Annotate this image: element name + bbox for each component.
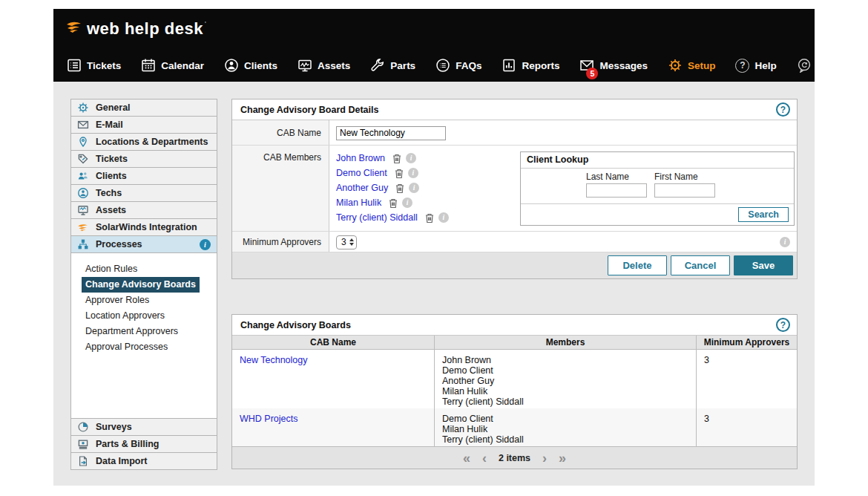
member-link[interactable]: Terry (client) Siddall [336, 212, 418, 223]
cab-members-content: John Brown i Demo Client i Another Guy i [329, 146, 797, 231]
client-lookup-fields: Last Name First Name [521, 169, 794, 204]
client-lookup-footer: Search [521, 204, 794, 225]
member-link[interactable]: Another Guy [336, 183, 388, 193]
cab-members-label: CAB Members [232, 146, 329, 231]
monitor-icon [77, 204, 89, 216]
min-approvers-cell: 3 [697, 408, 797, 446]
sidebar-item-parts-billing[interactable]: Parts & Billing [70, 435, 217, 453]
tickets-list-icon [67, 58, 82, 73]
nav-label: Tickets [87, 60, 121, 71]
last-name-input[interactable] [586, 183, 647, 198]
info-icon[interactable]: i [402, 198, 412, 208]
nav-label: Messages [599, 60, 648, 71]
last-page-icon[interactable]: » [559, 451, 566, 465]
member-name: Milan Hulik [442, 386, 688, 397]
cab-name-label: CAB Name [232, 120, 329, 145]
sidebar-item-label: Assets [96, 205, 126, 215]
person-circle-icon [224, 58, 239, 73]
member-link[interactable]: John Brown [336, 153, 385, 163]
save-button[interactable]: Save [734, 255, 793, 275]
cab-details-header: Change Advisory Board Details ? [232, 99, 797, 120]
member-link[interactable]: Demo Client [336, 168, 387, 178]
members-cell: John Brown Demo Client Another Guy Milan… [435, 350, 697, 408]
sidebar-item-solarwinds-integration[interactable]: SolarWinds Integration [70, 218, 217, 236]
first-page-icon[interactable]: « [463, 451, 470, 465]
info-icon[interactable]: i [200, 239, 211, 250]
submenu-label: Action Rules [85, 261, 141, 277]
sidebar-item-general[interactable]: General [70, 99, 217, 117]
delete-button[interactable]: Delete [608, 255, 667, 275]
info-icon[interactable]: i [438, 212, 449, 223]
submenu-item-action-rules[interactable]: Action Rules [85, 261, 217, 277]
processes-submenu: Action Rules Change Advisory Boards Appr… [70, 252, 217, 419]
nav-assets[interactable]: Assets [297, 58, 350, 73]
submenu-item-location-approvers[interactable]: Location Approvers [85, 308, 217, 324]
sidebar-item-clients[interactable]: Clients [70, 167, 217, 185]
info-icon[interactable]: i [408, 168, 418, 178]
table-row: New Technology John Brown Demo Client An… [232, 350, 797, 408]
content-area: General E-Mail Locations & Departments [53, 82, 815, 486]
nav-reports[interactable]: Reports [502, 58, 559, 73]
nav-label: Calendar [161, 60, 204, 71]
sidebar-item-email[interactable]: E-Mail [70, 116, 217, 134]
nav-faqs[interactable]: FAQs [435, 58, 481, 73]
sidebar-item-data-import[interactable]: Data Import [70, 452, 217, 470]
cab-link[interactable]: New Technology [240, 355, 308, 365]
sidebar-item-processes[interactable]: Processes i [70, 235, 217, 253]
nav-help[interactable]: ? Help [735, 59, 776, 73]
info-icon[interactable]: i [780, 237, 790, 247]
main-navigation: Tickets Calendar Clients [67, 50, 809, 80]
nav-tickets[interactable]: Tickets [67, 58, 121, 73]
min-approvers-stepper[interactable]: 3 [336, 235, 357, 249]
sidebar-item-surveys[interactable]: Surveys [70, 418, 217, 436]
nav-clients[interactable]: Clients [224, 58, 277, 73]
submenu-item-department-approvers[interactable]: Department Approvers [85, 324, 217, 339]
stepper-arrows-icon [349, 238, 354, 246]
info-icon[interactable]: i [406, 153, 416, 163]
sidebar-item-label: Surveys [96, 422, 132, 432]
search-button[interactable]: Search [738, 207, 789, 222]
nav-parts[interactable]: Parts [370, 58, 415, 73]
gear-icon [668, 58, 683, 73]
nav-label: Setup [688, 60, 716, 71]
nav-setup[interactable]: Setup [668, 58, 716, 73]
trash-icon[interactable] [424, 212, 435, 223]
sidebar-item-label: Parts & Billing [96, 439, 159, 449]
nav-label: FAQs [456, 60, 481, 71]
member-name: Terry (client) Siddall [442, 397, 688, 407]
next-page-icon[interactable]: › [542, 451, 547, 465]
monitor-graph-icon [297, 58, 312, 73]
document-import-icon [77, 455, 89, 467]
member-name: Demo Client [442, 414, 688, 424]
nav-messages[interactable]: 5 Messages [579, 58, 648, 73]
nav-calendar[interactable]: Calendar [141, 58, 204, 73]
trash-icon[interactable] [392, 153, 402, 164]
sidebar-item-label: Tickets [96, 154, 128, 164]
sidebar-item-techs[interactable]: Techs [70, 184, 217, 202]
cab-name-input[interactable] [336, 126, 446, 140]
last-name-label: Last Name [586, 172, 647, 182]
cash-register-icon [77, 438, 89, 450]
prev-page-icon[interactable]: ‹ [482, 451, 487, 465]
submenu-item-change-advisory-boards[interactable]: Change Advisory Boards [85, 277, 217, 293]
submenu-item-approver-roles[interactable]: Approver Roles [85, 293, 217, 308]
info-icon[interactable]: i [409, 183, 419, 193]
sidebar-item-locations-departments[interactable]: Locations & Departments [70, 133, 217, 151]
trash-icon[interactable] [394, 168, 404, 179]
nav-label: Thwack [817, 60, 854, 71]
submenu-label: Change Advisory Boards [82, 277, 200, 293]
cancel-button[interactable]: Cancel [671, 255, 730, 275]
sidebar-item-assets[interactable]: Assets [70, 201, 217, 219]
solarwinds-swirl-icon [65, 19, 83, 37]
submenu-item-approval-processes[interactable]: Approval Processes [85, 339, 217, 355]
people-icon [77, 170, 89, 182]
nav-thwack[interactable]: Thwack [797, 58, 854, 73]
sidebar-item-tickets[interactable]: Tickets [70, 150, 217, 168]
cab-link[interactable]: WHD Projects [240, 414, 297, 424]
member-link[interactable]: Milan Hulik [336, 198, 381, 208]
first-name-input[interactable] [654, 183, 715, 198]
trash-icon[interactable] [388, 198, 398, 209]
trash-icon[interactable] [395, 183, 405, 194]
help-icon[interactable]: ? [776, 102, 790, 117]
help-icon[interactable]: ? [776, 318, 790, 332]
